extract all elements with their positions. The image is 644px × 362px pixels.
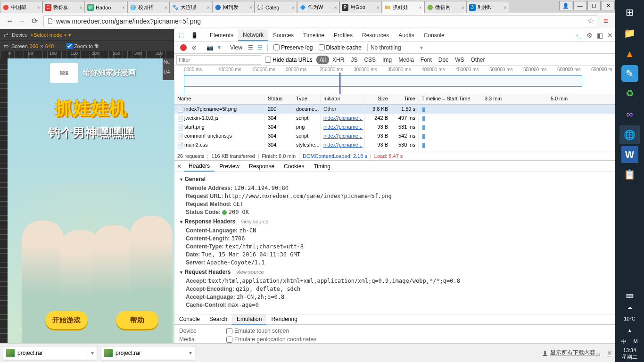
clock[interactable]: 13:34 星期二	[622, 347, 637, 360]
help-button[interactable]: 帮助	[116, 311, 158, 329]
network-row[interactable]: 📄jweixin-1.0.0.js304scriptindex?picname.…	[174, 114, 615, 123]
hide-data-urls-checkbox[interactable]: Hide data URLs	[265, 57, 313, 63]
ime-lang[interactable]: 中	[618, 336, 630, 347]
drawer-tab-emulation[interactable]: Emulation	[232, 314, 266, 325]
show-all-downloads[interactable]: ⬇ 显示所有下载内容... ✕	[543, 349, 612, 357]
swap-icon[interactable]: ⇄	[4, 32, 8, 38]
browser-tab[interactable]: 🐾大连理×	[170, 1, 212, 13]
weather-icon[interactable]: ☁	[618, 302, 642, 313]
drawer-tab-search[interactable]: Search	[205, 314, 232, 324]
bookmark-icon[interactable]: ☆	[587, 16, 594, 25]
browser-tab[interactable]: 🎫抓娃娃×	[382, 1, 424, 13]
browser-tab[interactable]: 🟢微信网×	[424, 1, 467, 13]
download-dropdown-icon[interactable]: ▾	[88, 350, 94, 356]
filter-type-xhr[interactable]: XHR	[329, 56, 347, 64]
wps-icon[interactable]: W	[621, 146, 638, 163]
editor-icon[interactable]: ✎	[621, 65, 638, 82]
request-tab-response[interactable]: Response	[244, 161, 279, 172]
throttle-select[interactable]: No throttling	[371, 44, 401, 51]
network-row[interactable]: 📄index.is304scriptindex?picname...93 B53…	[174, 149, 615, 151]
devtools-tab-network[interactable]: Network	[238, 29, 268, 41]
zoom-fit-checkbox[interactable]	[66, 43, 73, 49]
request-headers-section[interactable]: Request Headersview source	[179, 269, 611, 275]
url-field[interactable]: 🗋 www.moredoer.com/game/index?picname=5f…	[43, 15, 597, 27]
tab-close-icon[interactable]: ×	[377, 5, 380, 10]
chrome-menu-icon[interactable]: ≡	[600, 16, 611, 27]
console-shortcut-icon[interactable]: ›_	[574, 30, 584, 41]
col-status[interactable]: Status	[265, 94, 293, 104]
view-source-link[interactable]: view source	[241, 219, 268, 224]
disable-cache-checkbox[interactable]: Disable cache	[319, 44, 362, 51]
filter-type-doc[interactable]: Doc	[435, 56, 452, 64]
tab-close-icon[interactable]: ×	[122, 5, 125, 10]
tab-close-icon[interactable]: ×	[504, 5, 507, 10]
download-item[interactable]: project.rar▾	[101, 346, 195, 360]
col-name[interactable]: Name	[174, 94, 265, 104]
matlab-icon[interactable]: ▲	[619, 44, 640, 63]
request-close-icon[interactable]: ✕	[174, 163, 184, 170]
download-item[interactable]: project.rar▾	[3, 346, 97, 360]
filter-type-font[interactable]: Font	[417, 56, 435, 64]
drawer-tab-console[interactable]: Console	[174, 314, 205, 324]
explorer-icon[interactable]: 📁	[619, 24, 640, 42]
download-bar-close-icon[interactable]: ✕	[607, 349, 612, 357]
camera-icon[interactable]: 📷	[205, 44, 215, 51]
request-tab-cookies[interactable]: Cookies	[279, 161, 309, 172]
filter-type-img[interactable]: Img	[379, 56, 395, 64]
tab-close-icon[interactable]: ×	[419, 5, 422, 10]
response-headers-section[interactable]: Response Headersview source	[179, 218, 611, 225]
recycle-icon[interactable]: ♻	[619, 84, 640, 103]
request-tab-headers[interactable]: Headers	[184, 161, 215, 172]
browser-tab[interactable]: C教你如×	[42, 1, 85, 13]
tab-close-icon[interactable]: ×	[292, 5, 295, 10]
tab-close-icon[interactable]: ×	[334, 5, 337, 10]
emulate-geo-checkbox[interactable]	[226, 337, 232, 343]
devtools-tab-sources[interactable]: Sources	[268, 29, 298, 41]
browser-tab[interactable]: 馆Hadoo×	[85, 1, 127, 13]
col-size[interactable]: Size	[365, 94, 391, 104]
reload-button[interactable]: ⟳	[28, 15, 41, 27]
screen-height[interactable]: 640	[45, 43, 54, 49]
notes-icon[interactable]: 📋	[619, 165, 640, 184]
tray-expand[interactable]: ▴	[618, 324, 642, 336]
clear-icon[interactable]: ⊘	[190, 44, 199, 51]
view-source-link[interactable]: view source	[236, 269, 264, 275]
devtools-tab-profiles[interactable]: Profiles	[329, 29, 357, 41]
forward-button[interactable]: →	[16, 15, 28, 27]
ime-mode[interactable]: M	[630, 336, 642, 347]
col-time[interactable]: Time	[391, 94, 419, 104]
start-button[interactable]: ⊞	[619, 3, 640, 22]
view-large-icon[interactable]: ☱	[255, 44, 264, 51]
network-row[interactable]: 📄start.png304pngindex?picname...93 B531 …	[174, 123, 615, 132]
browser-tab[interactable]: 🔴中国邮×	[0, 1, 42, 13]
back-button[interactable]: ←	[4, 15, 16, 27]
minimize-button[interactable]: —	[573, 1, 586, 10]
start-game-button[interactable]: 开始游戏	[45, 311, 88, 329]
keyboard-icon[interactable]: ⌨	[618, 290, 642, 302]
preserve-log-checkbox[interactable]: Preserve log	[273, 44, 313, 51]
filter-type-css[interactable]: CSS	[361, 56, 379, 64]
request-tab-timing[interactable]: Timing	[309, 161, 335, 172]
devtools-close-icon[interactable]: ✕	[605, 30, 615, 41]
chrome-icon[interactable]: 🌐	[619, 125, 640, 144]
tab-close-icon[interactable]: ×	[37, 5, 40, 10]
view-list-icon[interactable]: ☰	[246, 44, 255, 51]
tab-close-icon[interactable]: ×	[207, 5, 210, 10]
screen-width[interactable]: 360	[30, 43, 38, 49]
device-model-select[interactable]: <Select model>	[31, 32, 66, 38]
tab-close-icon[interactable]: ×	[462, 5, 464, 10]
tab-close-icon[interactable]: ×	[80, 5, 83, 10]
browser-tab[interactable]: P用Goo×	[339, 1, 382, 13]
filter-type-other[interactable]: Other	[468, 56, 488, 64]
network-row[interactable]: 📄main2.css304styleshe...index?picname...…	[174, 140, 615, 149]
browser-tab[interactable]: 💬Categ×	[255, 1, 297, 13]
col-initiator[interactable]: Initiator	[321, 94, 365, 104]
download-dropdown-icon[interactable]: ▾	[186, 350, 192, 356]
filter-type-all[interactable]: All	[316, 56, 329, 64]
devtools-tab-resources[interactable]: Resources	[357, 29, 394, 41]
col-type[interactable]: Type	[293, 94, 321, 104]
filter-type-ws[interactable]: WS	[452, 56, 467, 64]
drawer-tab-rendering[interactable]: Rendering	[266, 314, 302, 324]
timeline-overview[interactable]: 0000 ms100000 ms150000 ms00000 ms250000 …	[174, 66, 615, 94]
devtools-tab-timeline[interactable]: Timeline	[298, 29, 329, 41]
